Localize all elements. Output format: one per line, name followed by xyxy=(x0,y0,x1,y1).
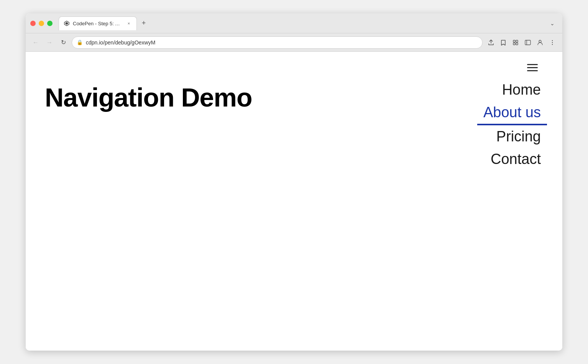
page-content: Navigation Demo Home About us Pricing Co… xyxy=(26,52,562,351)
hamburger-button[interactable] xyxy=(526,62,539,73)
browser-window: CodePen - Step 5: Adding a bu × + ⌄ ← → … xyxy=(26,13,562,351)
maximize-window-button[interactable] xyxy=(47,21,53,26)
page-heading: Navigation Demo xyxy=(45,82,252,112)
address-bar: ← → ↻ 🔒 cdpn.io/pen/debug/gOexwyM xyxy=(26,33,562,52)
svg-point-8 xyxy=(539,40,541,43)
tab-dropdown-button[interactable]: ⌄ xyxy=(547,19,558,28)
hamburger-line-3 xyxy=(527,70,538,71)
back-button[interactable]: ← xyxy=(30,37,41,48)
svg-rect-6 xyxy=(525,40,531,45)
svg-point-11 xyxy=(552,44,553,44)
nav-item-contact[interactable]: Contact xyxy=(477,148,547,171)
url-text: cdpn.io/pen/debug/gOexwyM xyxy=(86,39,478,46)
toolbar-icons xyxy=(486,37,558,48)
extensions-button[interactable] xyxy=(510,37,521,48)
minimize-window-button[interactable] xyxy=(39,21,44,26)
new-tab-button[interactable]: + xyxy=(138,18,149,29)
svg-rect-3 xyxy=(516,40,518,42)
tab-title: CodePen - Step 5: Adding a bu xyxy=(73,21,123,26)
tab-close-button[interactable]: × xyxy=(126,20,132,26)
nav-menu: Home About us Pricing Contact xyxy=(477,79,547,171)
nav-item-home[interactable]: Home xyxy=(477,79,547,101)
bookmark-button[interactable] xyxy=(498,37,509,48)
url-bar[interactable]: 🔒 cdpn.io/pen/debug/gOexwyM xyxy=(72,36,483,49)
menu-button[interactable] xyxy=(547,37,558,48)
reload-button[interactable]: ↻ xyxy=(58,37,69,48)
svg-rect-5 xyxy=(516,43,518,45)
close-window-button[interactable] xyxy=(30,21,36,26)
forward-button[interactable]: → xyxy=(44,37,55,48)
sidebar-button[interactable] xyxy=(522,37,533,48)
nav-item-pricing[interactable]: Pricing xyxy=(477,125,547,148)
share-button[interactable] xyxy=(486,37,496,48)
active-tab[interactable]: CodePen - Step 5: Adding a bu × xyxy=(59,16,137,30)
svg-marker-1 xyxy=(66,22,68,25)
svg-rect-4 xyxy=(513,43,515,45)
hamburger-line-2 xyxy=(527,67,538,68)
tab-favicon xyxy=(64,20,70,26)
title-bar: CodePen - Step 5: Adding a bu × + ⌄ xyxy=(26,13,562,33)
traffic-lights xyxy=(30,21,53,26)
profile-button[interactable] xyxy=(535,37,545,48)
nav-item-about[interactable]: About us xyxy=(477,101,547,125)
svg-point-10 xyxy=(552,42,553,43)
svg-rect-2 xyxy=(513,40,515,42)
lock-icon: 🔒 xyxy=(77,39,83,45)
tab-area: CodePen - Step 5: Adding a bu × + xyxy=(59,16,544,30)
svg-point-9 xyxy=(552,40,553,41)
hamburger-line-1 xyxy=(527,64,538,65)
